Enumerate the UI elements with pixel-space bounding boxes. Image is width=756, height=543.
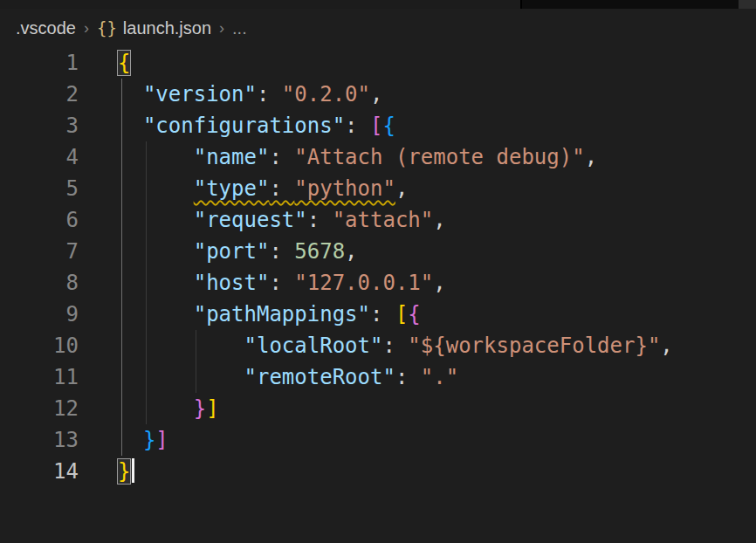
breadcrumb-folder[interactable]: .vscode: [16, 18, 76, 38]
tab-bar: [0, 0, 756, 9]
code-token: [118, 145, 194, 169]
code-token: :: [345, 113, 370, 138]
code-token: "localRoot": [244, 333, 383, 358]
code-token: ,: [660, 333, 672, 358]
matched-bracket: {: [118, 51, 130, 75]
code-token: :: [269, 145, 294, 169]
chevron-right-icon: ›: [84, 19, 89, 38]
code-token: ]: [206, 396, 218, 421]
code-line[interactable]: 8 "host": "127.0.0.1",: [0, 267, 756, 299]
line-number: 12: [0, 393, 79, 424]
code-token: "name": [194, 145, 270, 169]
code-line[interactable]: 2 "version": "0.2.0",: [0, 79, 756, 110]
code-line[interactable]: 3 "configurations": [{: [0, 110, 756, 141]
chevron-right-icon: ›: [219, 19, 224, 38]
code-token: "remoteRoot": [244, 365, 395, 389]
code-token: :: [370, 302, 395, 326]
line-number: 7: [0, 236, 79, 267]
code-token: [: [395, 302, 408, 326]
code-token: [118, 208, 194, 232]
code-token: ,: [585, 145, 597, 169]
code-token: :: [307, 208, 333, 232]
code-line[interactable]: 13 }]: [0, 424, 756, 456]
line-number: 2: [0, 79, 79, 110]
code-token: [118, 271, 194, 295]
code-text: "version": "0.2.0",: [118, 79, 382, 110]
code-token: :: [395, 365, 421, 389]
line-number: 4: [0, 141, 79, 173]
code-token: "python": [294, 176, 395, 201]
line-number: 13: [0, 424, 79, 456]
code-text: }]: [118, 424, 168, 456]
code-token: :: [269, 176, 294, 201]
code-token: {: [382, 113, 395, 138]
code-token: [118, 365, 244, 389]
code-token: "0.2.0": [282, 82, 370, 107]
code-token: [118, 82, 143, 107]
line-number: 1: [0, 47, 79, 79]
code-token: "request": [194, 208, 307, 232]
code-line[interactable]: 6 "request": "attach",: [0, 204, 756, 236]
matched-bracket: }: [118, 459, 130, 484]
code-token: "pathMappings": [194, 302, 370, 326]
code-text: "host": "127.0.0.1",: [118, 267, 446, 299]
json-file-icon: {}: [97, 18, 117, 38]
code-token: [118, 113, 143, 138]
breadcrumb-more[interactable]: ...: [232, 18, 247, 38]
code-line[interactable]: 4 "name": "Attach (remote debug)",: [0, 141, 756, 173]
code-token: ,: [370, 82, 382, 107]
code-text: "port": 5678,: [118, 236, 358, 267]
code-text: "remoteRoot": ".": [118, 361, 458, 393]
code-token: }: [194, 396, 206, 421]
line-number: 9: [0, 299, 79, 330]
code-token: 5678: [294, 239, 345, 264]
code-line[interactable]: 11 "remoteRoot": ".": [0, 361, 756, 393]
code-token: :: [382, 333, 408, 358]
code-token: "version": [143, 82, 257, 107]
line-number: 10: [0, 330, 79, 361]
line-number: 6: [0, 204, 79, 236]
code-text: }: [118, 456, 134, 487]
code-token: [118, 428, 143, 452]
code-token: [118, 333, 244, 358]
code-line[interactable]: 5 "type": "python",: [0, 173, 756, 204]
code-token: ]: [155, 428, 168, 452]
line-number: 8: [0, 267, 79, 299]
line-number: 11: [0, 361, 79, 393]
active-tab-top: [0, 0, 520, 9]
code-token: "configurations": [143, 113, 345, 138]
code-token: [118, 239, 194, 264]
code-token: :: [269, 271, 294, 295]
code-token: :: [269, 239, 294, 264]
breadcrumb-file[interactable]: launch.json: [123, 18, 211, 38]
code-token: [118, 302, 194, 326]
code-token: "port": [194, 239, 270, 264]
code-line[interactable]: 14}: [0, 456, 756, 487]
code-line[interactable]: 10 "localRoot": "${workspaceFolder}",: [0, 330, 756, 361]
editor[interactable]: 1{2 "version": "0.2.0",3 "configurations…: [0, 47, 756, 487]
code-line[interactable]: 7 "port": 5678,: [0, 236, 756, 267]
code-line[interactable]: 12 }]: [0, 393, 756, 424]
code-token: "type": [194, 176, 270, 201]
code-text: }]: [118, 393, 219, 424]
text-cursor: [132, 458, 134, 483]
code-line[interactable]: 1{: [0, 47, 756, 79]
tab-separator: [520, 0, 522, 9]
code-token: "Attach (remote debug)": [294, 145, 584, 169]
code-token: [118, 396, 194, 421]
code-token: ,: [345, 239, 357, 264]
code-token: [: [370, 113, 382, 138]
tab-bar-corner: [739, 0, 756, 9]
code-text: "name": "Attach (remote debug)",: [118, 141, 597, 173]
code-token: "127.0.0.1": [294, 271, 433, 295]
code-token: "host": [194, 271, 270, 295]
code-token: "${workspaceFolder}": [408, 333, 660, 358]
code-token: :: [257, 82, 282, 107]
code-token: [118, 176, 194, 201]
code-token: ".": [421, 365, 458, 389]
line-number: 5: [0, 173, 79, 204]
code-line[interactable]: 9 "pathMappings": [{: [0, 299, 756, 330]
code-token: }: [143, 428, 155, 452]
code-text: "request": "attach",: [118, 204, 446, 236]
code-text: "configurations": [{: [118, 110, 395, 141]
